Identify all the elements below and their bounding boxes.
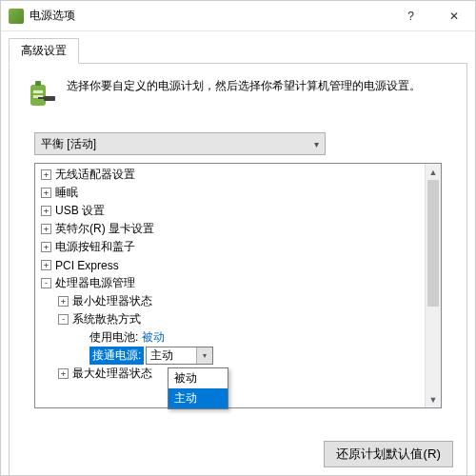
svg-rect-4 xyxy=(44,96,55,101)
tree-item[interactable]: -系统散热方式 xyxy=(35,310,425,328)
tree-item[interactable]: +USB 设置 xyxy=(35,202,425,220)
tree-item-label: 英特尔(R) 显卡设置 xyxy=(55,221,154,237)
collapse-icon[interactable]: - xyxy=(41,278,51,288)
dropdown-option[interactable]: 主动 xyxy=(169,388,228,408)
expand-icon[interactable]: + xyxy=(41,260,51,270)
combo-value: 主动 xyxy=(147,347,196,364)
tree-item-label: USB 设置 xyxy=(55,203,105,219)
close-button[interactable]: ✕ xyxy=(432,1,475,31)
panel-description: 选择你要自定义的电源计划，然后选择你希望计算机管理的电源设置。 xyxy=(67,77,421,111)
expand-icon[interactable]: + xyxy=(58,296,69,307)
window-title: 电源选项 xyxy=(30,8,389,24)
collapse-icon[interactable]: - xyxy=(58,314,69,325)
help-button[interactable]: ? xyxy=(389,1,432,31)
cooling-policy-dropdown[interactable]: 被动主动 xyxy=(168,367,228,409)
dropdown-option[interactable]: 被动 xyxy=(169,368,228,388)
scroll-track[interactable] xyxy=(426,180,441,391)
tab-panel: 选择你要自定义的电源计划，然后选择你希望计算机管理的电源设置。 平衡 [活动] … xyxy=(9,63,467,476)
tree-item[interactable]: +英特尔(R) 显卡设置 xyxy=(35,220,425,238)
svg-rect-2 xyxy=(33,90,43,93)
tree-item-value: 被动 xyxy=(142,329,165,346)
scroll-thumb[interactable] xyxy=(427,180,439,307)
tabs: 高级设置 xyxy=(1,31,475,63)
settings-tree[interactable]: +无线适配器设置+睡眠+USB 设置+英特尔(R) 显卡设置+电源按钮和盖子+P… xyxy=(35,164,425,407)
tree-item[interactable]: 接通电源:主动▾ xyxy=(35,347,425,365)
tree-item-label: 最大处理器状态 xyxy=(72,366,152,382)
tree-item-label: 无线适配器设置 xyxy=(55,167,135,183)
tree-item-label: 睡眠 xyxy=(55,185,78,201)
scroll-down-arrow[interactable]: ▼ xyxy=(426,391,441,407)
tree-item-label: 处理器电源管理 xyxy=(55,275,135,291)
tree-item[interactable]: +最大处理器状态 xyxy=(35,365,425,383)
scroll-up-arrow[interactable]: ▲ xyxy=(426,164,441,180)
tree-item-label: 电源按钮和盖子 xyxy=(55,239,135,255)
power-plan-select[interactable]: 平衡 [活动] ▾ xyxy=(34,132,326,155)
expand-icon[interactable]: + xyxy=(58,368,69,379)
settings-tree-container: +无线适配器设置+睡眠+USB 设置+英特尔(R) 显卡设置+电源按钮和盖子+P… xyxy=(34,163,442,408)
svg-rect-1 xyxy=(35,81,41,86)
window: 电源选项 ? ✕ 高级设置 选择你要自定义的电源计划，然后选择你希望计算机管理的… xyxy=(0,0,476,476)
expand-icon[interactable]: + xyxy=(41,188,51,198)
panel-header: 选择你要自定义的电源计划，然后选择你希望计算机管理的电源设置。 xyxy=(23,77,453,111)
vertical-scrollbar[interactable]: ▲ ▼ xyxy=(425,164,441,407)
tree-item[interactable]: -处理器电源管理 xyxy=(35,274,425,292)
expand-icon[interactable]: + xyxy=(41,224,51,234)
expand-icon[interactable]: + xyxy=(41,242,51,252)
tree-item-label: 最小处理器状态 xyxy=(72,293,152,309)
cooling-policy-combo[interactable]: 主动▾ xyxy=(146,347,213,365)
tree-item[interactable]: +无线适配器设置 xyxy=(35,166,425,184)
tree-item[interactable]: +PCI Express xyxy=(35,256,425,274)
tab-advanced[interactable]: 高级设置 xyxy=(9,38,79,64)
tree-item[interactable]: 使用电池:被动 xyxy=(35,328,425,347)
expand-icon[interactable]: + xyxy=(41,169,51,180)
power-plan-selected: 平衡 [活动] xyxy=(41,136,314,152)
chevron-down-icon[interactable]: ▾ xyxy=(196,347,212,364)
tree-item[interactable]: +最小处理器状态 xyxy=(35,292,425,310)
tree-item-label: PCI Express xyxy=(55,259,119,272)
expand-icon[interactable]: + xyxy=(41,206,51,216)
titlebar: 电源选项 ? ✕ xyxy=(1,1,475,31)
restore-defaults-button[interactable]: 还原计划默认值(R) xyxy=(324,441,453,467)
tree-item-label: 系统散热方式 xyxy=(72,311,141,327)
tree-item[interactable]: +电源按钮和盖子 xyxy=(35,238,425,256)
power-plan-icon xyxy=(9,9,24,24)
tree-item-label: 使用电池: xyxy=(89,329,138,346)
chevron-down-icon: ▾ xyxy=(314,139,319,149)
tree-item-label: 接通电源: xyxy=(89,347,144,365)
tree-item[interactable]: +睡眠 xyxy=(35,184,425,202)
battery-icon xyxy=(23,77,57,111)
